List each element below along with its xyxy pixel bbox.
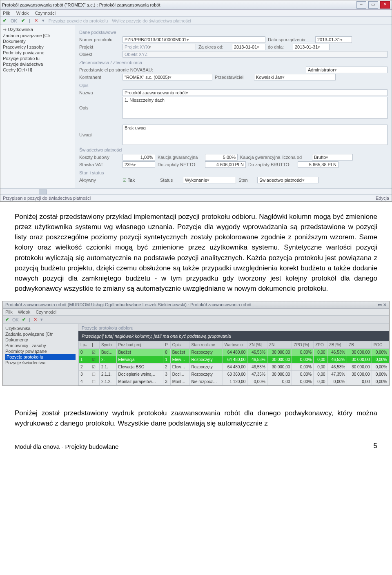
- chevron-down-icon[interactable]: ▾: [42, 18, 45, 23]
- sidebar-item-positions[interactable]: Pozycje protoko łu: [3, 56, 72, 61]
- checkbox-aktywny[interactable]: Tak: [122, 178, 135, 183]
- grid-pane: Pozycje protokołu odbioru Przeciągnij tu…: [78, 324, 389, 386]
- field-stawka[interactable]: 23%: [122, 161, 155, 168]
- grid-header-cell[interactable]: ZN: [267, 341, 292, 349]
- grid-header-cell[interactable]: ZB: [347, 341, 372, 349]
- status-right: Edycja: [376, 196, 389, 201]
- sep2: |: [29, 317, 30, 322]
- field-do-dnia[interactable]: 2013-01-31: [293, 44, 330, 50]
- field-stan[interactable]: Świadectwo płatności: [257, 177, 318, 183]
- group-opis: Opis: [79, 83, 388, 88]
- assign-positions-button[interactable]: Przypisz pozycje do protokołu: [49, 18, 108, 23]
- table-row[interactable]: 32.1.1.Docieplenie wełną…3Doci…Rozpoczęt…: [79, 371, 389, 378]
- menu2-file[interactable]: Plik: [5, 310, 13, 314]
- menu-actions[interactable]: Czynności: [35, 11, 56, 16]
- field-kaucja-od[interactable]: Brutto: [312, 154, 353, 160]
- field-kontrahent[interactable]: "ROMEX" s.c. (00005): [122, 74, 212, 80]
- check2-icon2[interactable]: ✔: [22, 317, 26, 322]
- grid-header-cell[interactable]: Poz bud proj: [116, 341, 163, 349]
- field-admin[interactable]: Administrator: [306, 67, 388, 73]
- grid-header-cell[interactable]: Lp▵: [79, 341, 90, 349]
- maximize-button[interactable]: ▭: [368, 1, 378, 9]
- check2-icon[interactable]: ✔: [21, 18, 25, 23]
- field-przedstawiciel[interactable]: Kowalski Jan: [254, 74, 336, 80]
- grid-header-cell[interactable]: POC: [372, 341, 389, 349]
- sidebar-item-workers[interactable]: Pracownicy i zasoby: [3, 44, 72, 50]
- menubar2: Plik Widok Czynności: [3, 309, 389, 316]
- table-row[interactable]: 12.Elewacja1Elew…Rozpoczęty64 480,0046,5…: [79, 356, 389, 363]
- field-netto[interactable]: 4 606,00 PLN: [205, 161, 246, 168]
- lbl-kontrahent: Kontrahent: [79, 75, 120, 80]
- sidebar2-item[interactable]: Dokumenty: [5, 337, 76, 343]
- table-row[interactable]: 22.1.Elewacja BSO2Elew…Rozpoczęty64 480,…: [79, 363, 389, 371]
- ok-button2[interactable]: OK: [12, 317, 19, 322]
- grid-header-cell[interactable]: Opis: [170, 341, 189, 349]
- field-data-sporz[interactable]: 2013-01-31: [315, 36, 352, 43]
- sidebar2-item[interactable]: Podmioty powiązane: [5, 348, 76, 354]
- field-koszty[interactable]: 1,00%: [122, 154, 155, 160]
- lbl-kaucja-od: Kaucja gwarancyjna liczona od: [240, 155, 310, 160]
- field-obiekt[interactable]: Obiekt XYZ: [122, 51, 388, 58]
- lbl-projekt: Projekt: [79, 45, 120, 49]
- field-opis[interactable]: 1. Nieszczelny dach: [122, 97, 388, 119]
- field-status[interactable]: Wykonanie: [183, 177, 236, 183]
- table-row[interactable]: 42.1.2.Montaż parapetów…3Mont…Nie rozpoc…: [79, 378, 389, 386]
- lbl-stan: Stan: [238, 178, 255, 183]
- check-icon[interactable]: ✔: [3, 18, 7, 23]
- menu-file[interactable]: Plik: [3, 11, 10, 16]
- lbl-numer: Numer protokołu: [79, 37, 120, 42]
- menu2-view[interactable]: Widok: [18, 310, 31, 314]
- grid-header-cell[interactable]: Wartosc u: [223, 341, 247, 349]
- sidebar-item-documents[interactable]: Dokumenty: [3, 38, 72, 44]
- grid-header-cell[interactable]: Stan realizac: [189, 341, 223, 349]
- ok-button[interactable]: OK: [11, 18, 17, 23]
- form: Dane podstawowe Numer protokołu PZR/PRB/…: [75, 25, 392, 188]
- calc-positions-button[interactable]: Wylicz pozycje do świadectwa płatności: [112, 18, 191, 23]
- x-icon2[interactable]: ✕: [33, 317, 37, 322]
- titlebar2: Protokół zaawansowania robót (MURDOM Usł…: [3, 301, 389, 309]
- sidebar2-item[interactable]: Użytkownika: [5, 325, 76, 331]
- minimize-button[interactable]: –: [356, 1, 366, 9]
- sidebar-item-user[interactable]: Użytkownika: [3, 27, 72, 33]
- field-uwagi[interactable]: Brak uwag: [122, 125, 388, 145]
- grid-header-cell[interactable]: Symb: [100, 341, 117, 349]
- toolbar2: ✔ OK ✔ | ✕ ▾: [3, 316, 389, 324]
- check-icon2[interactable]: ✔: [5, 317, 9, 322]
- grid-header-cell[interactable]: ZPO: [314, 341, 327, 349]
- lbl-netto: Do zapłaty NETTO:: [158, 162, 203, 167]
- table-row[interactable]: 0Bud…Budżet0BudżetRozpoczęty64 480,0046,…: [79, 349, 389, 356]
- menu2-actions[interactable]: Czynności: [36, 310, 56, 314]
- sidebar-item-entities[interactable]: Podmioty powiązane: [3, 50, 72, 56]
- field-numer[interactable]: PZR/PRB/2013/001/00005/001: [122, 36, 265, 43]
- sidebar2-item[interactable]: Pozycje świadectwa: [5, 360, 76, 366]
- paragraph-2: Poniżej został przedstawiony wydruk prot…: [0, 386, 392, 431]
- chevron-down-icon2[interactable]: ▾: [40, 317, 43, 322]
- field-kaucja[interactable]: 5,00%: [205, 154, 238, 160]
- h-scrollbar[interactable]: [0, 188, 392, 194]
- sidebar2-item[interactable]: Pozycje protoko łu: [5, 354, 76, 360]
- positions-grid[interactable]: Lp▵ǀSymbPoz bud projPOpisStan realizacWa…: [78, 341, 389, 386]
- field-nazwa[interactable]: Protokół zaawansowania robót: [122, 89, 388, 96]
- sidebar-item-certificate[interactable]: Pozycje świadectwa: [3, 61, 72, 67]
- lbl-przedstawiciel: Przedstawiciel: [215, 75, 252, 80]
- sidebar: Użytkownika Zadania powiązane [Ctr Dokum…: [0, 25, 75, 188]
- group-dane: Dane podstawowe: [79, 30, 388, 35]
- sidebar-item-tasks[interactable]: Zadania powiązane [Ctr: [3, 33, 72, 38]
- grid-header-cell[interactable]: P: [163, 341, 171, 349]
- sidebar2-item[interactable]: Zadania powiązane [Ctr: [5, 331, 76, 337]
- close-button[interactable]: ✕: [380, 1, 390, 9]
- group-drop-header[interactable]: Przeciągnij tutaj nagłówek kolumny, jeśl…: [78, 331, 389, 341]
- grid-header-cell[interactable]: ZPO [%]: [292, 341, 314, 349]
- field-za-okres[interactable]: 2013-01-01: [232, 44, 265, 50]
- field-projekt[interactable]: Projekt XYX: [122, 44, 196, 50]
- x-icon[interactable]: ✕: [34, 18, 38, 23]
- menu-view[interactable]: Widok: [16, 11, 29, 16]
- field-brutto[interactable]: 5 665,38 PLN: [298, 161, 339, 168]
- lbl-nazwa: Nazwa: [79, 90, 120, 95]
- grid-header-cell[interactable]: ǀ: [90, 341, 100, 349]
- grid-header-cell[interactable]: ZN [%]: [247, 341, 267, 349]
- sidebar2-item[interactable]: Pracownicy i zasoby: [5, 343, 76, 348]
- grid-header-cell[interactable]: ZB [%]: [327, 341, 347, 349]
- lbl-brutto: Do zapłaty BRUTTO:: [248, 162, 295, 167]
- sidebar-item-features[interactable]: Cechy [Ctrl+H]: [3, 67, 72, 73]
